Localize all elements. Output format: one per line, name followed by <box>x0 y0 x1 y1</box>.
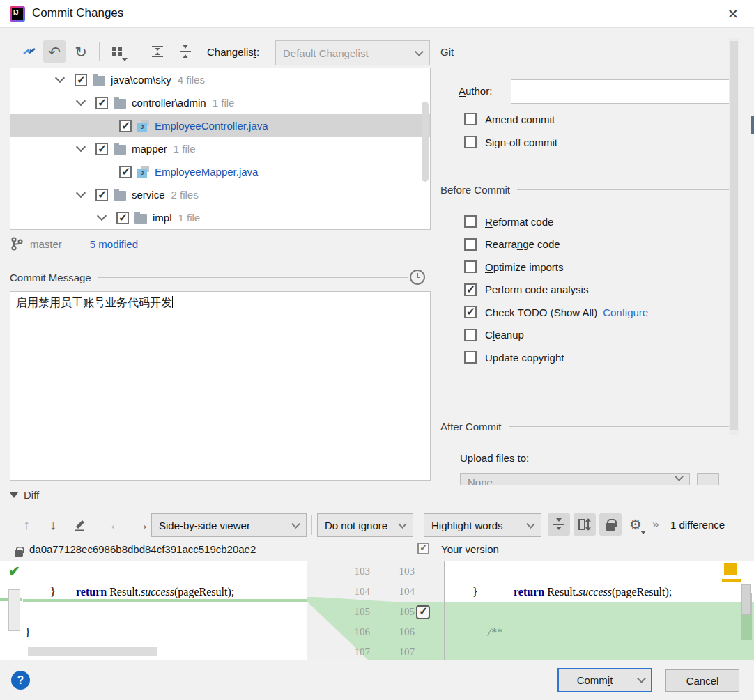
collapse-unchanged-icon[interactable] <box>548 513 570 536</box>
checkbox[interactable] <box>75 74 87 86</box>
checkbox[interactable] <box>119 166 132 178</box>
tree-row-meta: 1 file <box>213 97 235 109</box>
comment-line: * 启用禁用员工账号 <box>481 642 603 660</box>
readonly-lock-icon <box>15 550 23 557</box>
checkbox[interactable] <box>95 143 108 155</box>
checkbox[interactable] <box>464 215 477 228</box>
collapse-all-icon[interactable] <box>174 40 197 63</box>
collapse-triangle-icon[interactable] <box>10 492 18 498</box>
refresh-icon[interactable]: ↻ <box>70 40 92 63</box>
refresh-changes-icon[interactable] <box>18 40 40 63</box>
expand-all-icon[interactable] <box>146 40 169 63</box>
chevron-down-icon <box>675 473 684 481</box>
cancel-button[interactable]: Cancel <box>665 669 739 692</box>
diff-right-pane[interactable]: return Result.success(pageResult); } /**… <box>445 561 754 660</box>
checkbox[interactable] <box>464 136 477 148</box>
sync-scrolling-icon[interactable] <box>574 513 596 536</box>
tree-row-impl[interactable]: impl 1 file <box>10 206 430 229</box>
message-history-icon[interactable] <box>410 270 425 285</box>
edit-source-icon[interactable] <box>68 513 91 536</box>
checkbox[interactable] <box>464 329 477 341</box>
modified-files-link[interactable]: 5 modified <box>90 238 138 250</box>
author-label: Author: <box>459 85 492 97</box>
reformat-code-label: Reformat code <box>485 216 553 228</box>
whitespace-dropdown[interactable]: Do not ignore <box>317 513 413 537</box>
left-pane-hscrollbar[interactable] <box>28 647 157 656</box>
next-difference-icon[interactable]: → <box>131 513 153 536</box>
changelist-dropdown[interactable]: Default Changelist <box>275 40 430 65</box>
optimize-imports-option[interactable]: Optimize imports <box>464 260 648 273</box>
right-line-number: 105 <box>384 602 415 622</box>
chevron-down-icon[interactable] <box>76 142 86 152</box>
amend-commit-option[interactable]: Amend commit <box>464 113 557 125</box>
tree-row-employee-mapper[interactable]: EmployeeMapper.java <box>10 160 430 183</box>
checkbox[interactable] <box>119 120 132 132</box>
checkbox[interactable] <box>95 97 108 109</box>
applied-check-icon: ✔ <box>8 563 20 580</box>
left-line-number: 107 <box>339 642 370 660</box>
upload-files-dropdown[interactable]: None <box>460 473 690 485</box>
checkbox[interactable] <box>464 238 477 251</box>
checkbox[interactable] <box>464 113 477 125</box>
tree-row-employee-controller[interactable]: EmployeeController.java <box>10 114 430 137</box>
highlight-mode-dropdown[interactable]: Highlight words <box>424 513 541 537</box>
commit-button[interactable]: Commit <box>559 669 631 691</box>
right-line-number: 103 <box>384 561 415 582</box>
commit-options-arrow[interactable] <box>631 669 651 691</box>
checkbox[interactable] <box>464 351 477 364</box>
diff-settings-gear-icon[interactable]: ⚙ <box>624 513 647 536</box>
toolbar-overflow-icon[interactable]: » <box>652 518 659 531</box>
amend-commit-label: Amend commit <box>485 114 555 125</box>
group-by-icon[interactable] <box>106 40 128 63</box>
commit-split-button[interactable]: Commit <box>557 668 652 692</box>
author-input[interactable] <box>511 79 737 104</box>
viewer-mode-dropdown[interactable]: Side-by-side viewer <box>151 513 307 537</box>
checkbox[interactable] <box>95 189 108 201</box>
checkbox[interactable] <box>464 260 477 273</box>
left-pane-scrollbar[interactable] <box>8 589 20 631</box>
diff-left-pane[interactable]: ✔ return Result.success(pageResult); } } <box>0 561 307 660</box>
tree-scrollbar[interactable] <box>422 102 429 182</box>
tree-row-mapper[interactable]: mapper 1 file <box>10 137 430 160</box>
diff-section-header[interactable]: Diff <box>10 489 739 501</box>
next-change-icon[interactable]: ↓ <box>42 513 64 536</box>
code-text: (pageResult); <box>174 586 234 598</box>
disable-editing-icon[interactable] <box>599 513 622 536</box>
reformat-code-option[interactable]: Reformat code <box>464 215 648 228</box>
chevron-down-icon[interactable] <box>97 211 107 221</box>
previous-difference-icon[interactable]: ← <box>105 513 127 536</box>
rollback-icon[interactable]: ↶ <box>43 40 66 63</box>
code-text: (pageResult); <box>612 586 672 598</box>
cleanup-option[interactable]: Cleanup <box>464 329 648 341</box>
help-button[interactable]: ? <box>11 671 30 690</box>
sign-off-commit-option[interactable]: Sign-off commit <box>464 136 557 148</box>
chevron-down-icon[interactable] <box>76 96 86 106</box>
tree-row-controller-admin[interactable]: controller\admin 1 file <box>10 91 430 114</box>
right-pane-scrollbar[interactable] <box>741 584 751 615</box>
chevron-down-icon[interactable] <box>55 73 65 83</box>
checkbox[interactable] <box>464 306 477 318</box>
close-window-button[interactable]: ✕ <box>723 4 743 24</box>
include-hunk-checkbox[interactable] <box>416 605 430 619</box>
check-todo-label: Check TODO (Show All) <box>485 306 597 318</box>
checkbox[interactable] <box>116 212 129 224</box>
chevron-down-icon[interactable] <box>76 188 86 198</box>
left-line-number: 104 <box>339 582 370 602</box>
configure-link[interactable]: Configure <box>603 306 648 318</box>
tree-row-label: mapper <box>132 143 167 155</box>
right-panel-scrollbar[interactable] <box>729 38 739 435</box>
perform-code-analysis-option[interactable]: Perform code analysis <box>464 283 648 296</box>
previous-change-icon[interactable]: ↑ <box>15 513 38 536</box>
update-copyright-option[interactable]: Update copyright <box>464 351 648 364</box>
git-branch-icon <box>11 237 23 251</box>
check-todo-option[interactable]: Check TODO (Show All) Configure <box>464 306 648 318</box>
rearrange-code-option[interactable]: Rearrange code <box>464 238 648 251</box>
cleanup-label: Cleanup <box>485 329 524 341</box>
diff-toolbar-divider <box>311 515 312 535</box>
upload-config-button[interactable] <box>697 473 719 485</box>
commit-message-input[interactable]: 启用禁用员工账号业务代码开发 <box>10 291 431 481</box>
tree-row-java-com-sky[interactable]: java\com\sky 4 files <box>10 68 430 91</box>
checkbox[interactable] <box>464 283 477 296</box>
include-change-checkbox[interactable] <box>417 543 429 554</box>
tree-row-service[interactable]: service 2 files <box>10 183 430 206</box>
